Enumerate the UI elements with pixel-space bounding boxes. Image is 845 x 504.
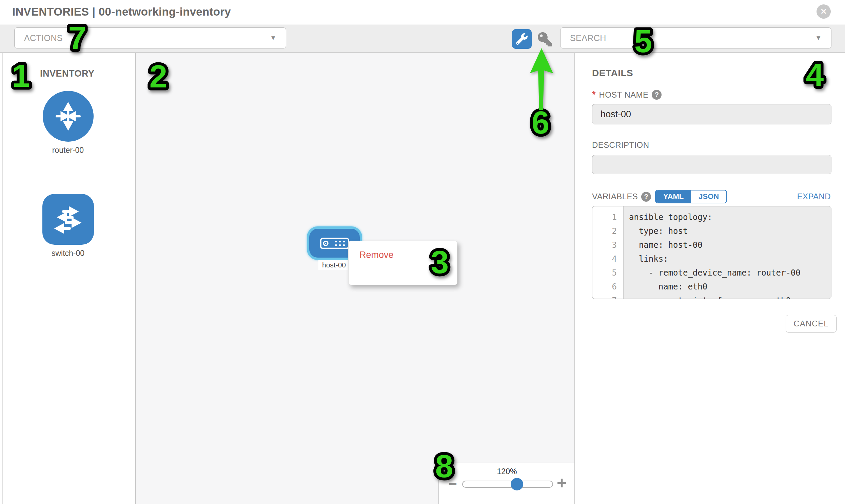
variables-format-toggle: YAML JSON [655, 190, 727, 203]
required-asterisk: * [592, 89, 596, 100]
search-dropdown-label: SEARCH [570, 33, 606, 43]
code-line: ansible_topology: [623, 211, 831, 224]
context-menu-item-remove[interactable]: Remove [349, 247, 457, 263]
variables-label: VARIABLES [592, 192, 638, 201]
description-label: DESCRIPTION [592, 140, 649, 150]
palette-heading: INVENTORY [40, 69, 94, 79]
cancel-button[interactable]: CANCEL [786, 315, 837, 332]
palette-item-label: switch-00 [0, 249, 136, 258]
router-icon [43, 91, 93, 142]
close-icon[interactable] [816, 4, 831, 19]
editor-code-lines: ansible_topology: type: host name: host-… [623, 206, 831, 299]
code-line: type: host [623, 224, 831, 238]
palette-item-switch[interactable]: switch-00 [0, 194, 136, 258]
actions-dropdown-label: ACTIONS [24, 33, 63, 43]
host-node-label: host-00 [318, 260, 350, 270]
json-toggle-button[interactable]: JSON [691, 191, 726, 203]
search-dropdown[interactable]: SEARCH [560, 28, 831, 49]
code-line: links: [623, 252, 831, 266]
details-heading: DETAILS [592, 68, 633, 79]
variables-code-editor[interactable]: 1 2 3 4 5 6 7 ansible_topology: type: ho… [592, 206, 831, 299]
wrench-icon [516, 33, 528, 45]
description-input[interactable] [592, 155, 831, 174]
help-icon[interactable] [652, 90, 662, 100]
chevron-down-icon [270, 34, 276, 42]
editor-line-numbers: 1 2 3 4 5 6 7 [592, 206, 623, 299]
toolbar: ACTIONS SEARCH [0, 25, 845, 53]
host-icon [320, 238, 349, 249]
code-line: remote_interface_name: eth0 [623, 294, 831, 299]
description-label-row: DESCRIPTION [592, 140, 649, 150]
toolbar-tools-button[interactable] [512, 29, 532, 49]
chevron-down-icon [815, 34, 822, 42]
zoom-level-value: 120% [439, 467, 575, 476]
host-name-label: HOST NAME [599, 90, 649, 100]
details-panel: DETAILS * HOST NAME DESCRIPTION VARIABLE… [575, 53, 845, 504]
code-line: name: host-00 [623, 238, 831, 252]
host-name-input[interactable] [592, 104, 831, 124]
network-inventory-app: INVENTORIES | 00-networking-inventory AC… [0, 0, 845, 504]
page-title: INVENTORIES | 00-networking-inventory [12, 5, 231, 18]
key-icon [538, 32, 552, 47]
page-header: INVENTORIES | 00-networking-inventory [0, 0, 845, 24]
zoom-control-panel: 120% − + [438, 463, 575, 504]
palette-item-router[interactable]: router-00 [0, 91, 136, 155]
help-icon[interactable] [641, 192, 651, 202]
expand-link[interactable]: EXPAND [797, 192, 831, 201]
zoom-in-button[interactable]: + [557, 474, 567, 491]
code-line: name: eth0 [623, 280, 831, 294]
node-context-menu: Details Remove [348, 241, 457, 285]
host-name-label-row: * HOST NAME [592, 89, 662, 100]
zoom-slider-thumb[interactable] [511, 478, 523, 490]
zoom-out-button[interactable]: − [448, 476, 457, 491]
inventory-palette: INVENTORY router-00 [0, 53, 136, 504]
code-line: - remote_device_name: router-00 [623, 266, 831, 280]
topology-canvas[interactable]: host-00 Details Remove 120% − + [136, 53, 575, 504]
switch-icon [42, 194, 94, 245]
key-button[interactable] [538, 32, 552, 47]
zoom-slider-track[interactable] [462, 481, 553, 488]
actions-dropdown[interactable]: ACTIONS [14, 28, 286, 49]
palette-item-label: router-00 [0, 146, 136, 155]
variables-label-row: VARIABLES [592, 190, 651, 203]
yaml-toggle-button[interactable]: YAML [656, 191, 691, 203]
